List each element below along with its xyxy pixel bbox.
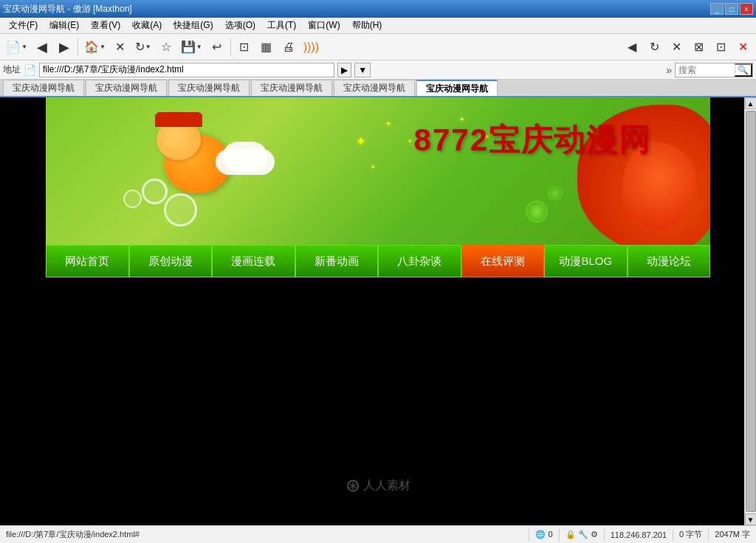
nav-blog[interactable]: 动漫BLOG (544, 245, 628, 277)
rss-icon: )))) (303, 41, 319, 54)
tab-1[interactable]: 宝庆动漫网导航 (3, 80, 84, 96)
layout-button[interactable]: ▦ (256, 37, 277, 58)
scroll-down-button[interactable]: ▼ (745, 513, 757, 525)
scroll-thumb[interactable] (746, 111, 756, 512)
undo-icon: ↩ (212, 40, 221, 54)
savepage-button[interactable]: 💾 ▼ (178, 37, 205, 58)
toolbar-separator-1 (78, 38, 78, 56)
fullscreen-button[interactable]: ⊡ (234, 37, 255, 58)
reload-icon-btn[interactable]: ↻ (644, 37, 664, 58)
file-icon: 📄 (24, 64, 36, 76)
nav-prev-icon-btn[interactable]: ◀ (622, 37, 642, 58)
nav-ext-icon-btn[interactable]: ✕ (666, 37, 687, 58)
menu-help[interactable]: 帮助(H) (346, 18, 388, 33)
menu-shortcuts[interactable]: 快捷组(G) (168, 18, 219, 33)
tabs-bar: 宝庆动漫网导航 宝庆动漫网导航 宝庆动漫网导航 宝庆动漫网导航 宝庆动漫网导航 … (0, 80, 756, 97)
sparkle-1: ✦ (356, 134, 365, 148)
nav-forum[interactable]: 动漫论坛 (628, 245, 711, 277)
nav-newanime[interactable]: 新番动画 (295, 245, 379, 277)
stop-button[interactable]: ✕ (110, 37, 131, 58)
menu-edit[interactable]: 编辑(E) (44, 18, 85, 33)
nav-gossip[interactable]: 八卦杂谈 (378, 245, 461, 277)
save-arrow-icon: ▼ (196, 44, 202, 50)
save-icon: 💾 (181, 40, 196, 54)
home-button[interactable]: 🏠 ▼ (81, 37, 109, 58)
stop-icon: ✕ (115, 40, 125, 54)
rss-button[interactable]: )))) (300, 37, 322, 58)
options2-icon-btn[interactable]: ⊡ (710, 37, 731, 58)
tab-2[interactable]: 宝庆动漫网导航 (86, 80, 167, 96)
go-button[interactable]: ▶ (337, 63, 351, 77)
status-bytes: 0 字节 (673, 529, 708, 540)
menu-favorites[interactable]: 收藏(A) (126, 18, 168, 33)
tab-5[interactable]: 宝庆动漫网导航 (334, 80, 415, 96)
toolbar: 📄 ▼ ◀ ▶ 🏠 ▼ ✕ ↻ ▼ ☆ 💾 ▼ ↩ ⊡ ▦ 🖨 )))) ◀ ↻… (0, 34, 756, 60)
menu-file[interactable]: 文件(F) (3, 18, 44, 33)
tab-4[interactable]: 宝庆动漫网导航 (251, 80, 332, 96)
scroll-up-button[interactable]: ▲ (745, 97, 757, 109)
address-input[interactable] (39, 63, 334, 77)
print-button[interactable]: 🖨 (278, 37, 299, 58)
expand-icon[interactable]: » (666, 64, 672, 76)
refresh-arrow-icon: ▼ (145, 44, 151, 50)
search-input[interactable] (676, 63, 735, 77)
search-box: 🔍 (675, 63, 753, 77)
back-icon: ◀ (37, 39, 47, 55)
star-icon: ☆ (161, 40, 171, 54)
search-button[interactable]: 🔍 (735, 63, 752, 77)
close-button[interactable]: × (740, 3, 753, 15)
watermark-text: 人人素材 (363, 478, 410, 494)
status-bar: file:///D:/第7章/宝庆动漫/index2.html# 🌐 0 🔒 🔧… (0, 525, 756, 543)
address-bar: 地址 📄 ▶ ▼ » 🔍 (0, 60, 756, 80)
address-label: 地址 (3, 63, 21, 76)
status-zone: 🌐 0 (529, 530, 558, 539)
maximize-button[interactable]: □ (725, 3, 738, 15)
status-icons: 🔒 🔧 ⚙ (560, 530, 604, 539)
bubble-3 (123, 190, 142, 208)
bookmark-button[interactable]: ☆ (156, 37, 176, 58)
title-bar: 宝庆动漫网导航 - 傲游 [Maxthon] _ □ × (0, 0, 756, 18)
website: ✦ ✦ ✦ ✦ ✦ ✦ ✦ (46, 97, 710, 525)
print-icon: 🖨 (283, 41, 295, 54)
status-url: file:///D:/第7章/宝庆动漫/index2.html# (0, 529, 529, 540)
window-title: 宝庆动漫网导航 - 傲游 [Maxthon] (3, 3, 710, 15)
refresh-icon: ↻ (135, 40, 145, 54)
nav-original[interactable]: 原创动漫 (129, 245, 213, 277)
new-tab-arrow-icon: ▼ (21, 44, 27, 50)
tab-6-active[interactable]: 宝庆动漫网导航 (416, 80, 498, 96)
menu-tools[interactable]: 工具(T) (261, 18, 302, 33)
close2-icon-btn[interactable]: ✕ (732, 37, 753, 58)
back-button[interactable]: ◀ (32, 37, 52, 58)
window-controls: _ □ × (710, 3, 753, 15)
nav-comics[interactable]: 漫画连载 (212, 245, 295, 277)
refresh-button[interactable]: ↻ ▼ (132, 37, 154, 58)
new-tab-icon: 📄 (6, 40, 21, 54)
bubble-2 (164, 193, 197, 226)
menu-view[interactable]: 查看(V) (85, 18, 126, 33)
nav-menu: 网站首页 原创动漫 漫画连载 新番动画 八卦杂谈 在线评测 动漫BLOG 动漫论… (46, 245, 710, 277)
undo-button[interactable]: ↩ (207, 37, 227, 58)
status-memory: 2047M 字 (709, 529, 756, 540)
zone-value: 0 (548, 530, 552, 539)
scrollbar: ▲ ▼ (744, 97, 756, 525)
new-tab-button[interactable]: 📄 ▼ (3, 37, 30, 58)
deco-circle-2 (548, 186, 563, 201)
tab-3[interactable]: 宝庆动漫网导航 (168, 80, 250, 96)
nav-review[interactable]: 在线评测 (461, 245, 545, 277)
fullscreen-icon: ⊡ (239, 40, 249, 54)
sparkle-3: ✦ (408, 138, 413, 145)
menu-window[interactable]: 窗口(W) (302, 18, 346, 33)
nav-home[interactable]: 网站首页 (46, 245, 129, 277)
forward-button[interactable]: ▶ (54, 37, 75, 58)
addr-down-button[interactable]: ▼ (354, 63, 371, 77)
home-icon: 🏠 (84, 40, 99, 54)
deco-circle-1 (526, 201, 548, 223)
menu-bar: 文件(F) 编辑(E) 查看(V) 收藏(A) 快捷组(G) 选项(O) 工具(… (0, 18, 756, 34)
menu-options[interactable]: 选项(O) (219, 18, 261, 33)
char-cloud-2 (216, 149, 275, 175)
banner-title: 8772宝庆动漫网 (414, 120, 651, 161)
zone-icon: 🌐 (535, 530, 546, 539)
bookmark2-icon-btn[interactable]: ⊠ (688, 37, 709, 58)
minimize-button[interactable]: _ (710, 3, 724, 15)
watermark-icon: ⊛ (346, 475, 360, 496)
